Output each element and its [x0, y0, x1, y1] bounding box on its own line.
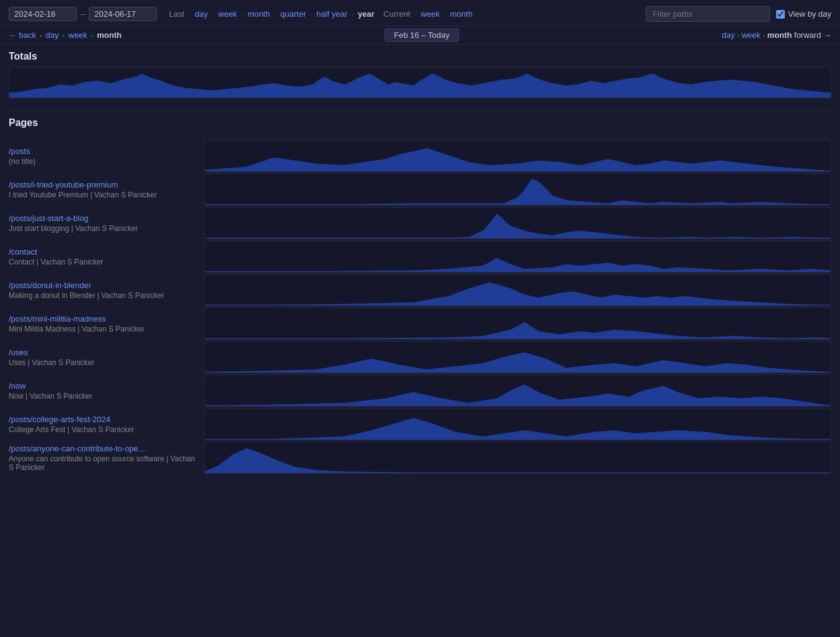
- filter-paths-input[interactable]: [646, 6, 770, 22]
- date-dash: –: [81, 9, 85, 19]
- page-title-college: College Arts Fest | Vachan S Panicker: [9, 425, 198, 434]
- page-title-blog: Just start blogging | Vachan S Panicker: [9, 224, 198, 233]
- page-info-youtube: /posts/i-tried-youtube-premium I tried Y…: [9, 173, 198, 206]
- page-title-uses: Uses | Vachan S Panicker: [9, 358, 198, 367]
- current-label: Current: [383, 9, 410, 19]
- page-path-youtube[interactable]: /posts/i-tried-youtube-premium: [9, 180, 198, 189]
- last-year-link[interactable]: year: [358, 9, 375, 19]
- last-week-link[interactable]: week: [218, 9, 237, 19]
- forward-label: forward →: [794, 30, 831, 40]
- page-info-college: /posts/college-arts-fest-2024 College Ar…: [9, 408, 198, 440]
- sparkline-now: [205, 375, 831, 406]
- page-info-militia: /posts/mini-militia-madness Mini Militia…: [9, 307, 198, 340]
- page-info-posts: /posts (no title): [9, 140, 198, 172]
- svg-marker-6: [205, 322, 831, 340]
- page-chart-now: [204, 374, 831, 407]
- page-chart-youtube: [204, 173, 831, 206]
- sparkline-posts: [205, 140, 831, 171]
- page-title-contact: Contact | Vachan S Panicker: [9, 258, 198, 266]
- page-chart-militia: [204, 307, 831, 340]
- sparkline-militia: [205, 308, 831, 339]
- page-info-opensource: /posts/anyone-can-contribute-to-ope... A…: [9, 441, 198, 474]
- page-path-militia[interactable]: /posts/mini-militia-madness: [9, 314, 198, 323]
- svg-marker-1: [205, 148, 831, 172]
- view-by-day-text: View by day: [788, 9, 831, 19]
- last-halfyear-link[interactable]: half year: [316, 9, 347, 19]
- page-chart-blog: [204, 207, 831, 239]
- page-path-contact[interactable]: /contact: [9, 247, 198, 256]
- svg-marker-2: [205, 179, 831, 206]
- sparkline-uses: [205, 341, 831, 373]
- table-row: /posts/mini-militia-madness Mini Militia…: [9, 307, 831, 340]
- date-range-area: – Last · day · week · month · quarter · …: [9, 7, 473, 21]
- table-row: /posts/anyone-can-contribute-to-ope... A…: [9, 441, 831, 474]
- table-row: /contact Contact | Vachan S Panicker: [9, 240, 831, 273]
- back-month-link[interactable]: month: [97, 30, 122, 40]
- table-row: /posts/college-arts-fest-2024 College Ar…: [9, 408, 831, 440]
- pages-section: Pages: [0, 111, 840, 140]
- date-start-input[interactable]: [9, 7, 77, 21]
- sparkline-youtube: [205, 174, 831, 205]
- page-path-posts[interactable]: /posts: [9, 147, 198, 156]
- current-month-link[interactable]: month: [450, 9, 473, 19]
- svg-marker-4: [205, 258, 831, 273]
- sparkline-contact: [205, 241, 831, 272]
- svg-marker-10: [205, 448, 831, 473]
- svg-marker-3: [205, 214, 831, 238]
- nav-row2: ← back · day · week · month Feb 16 – Tod…: [0, 26, 840, 45]
- date-end-input[interactable]: [89, 7, 157, 21]
- sparkline-blog: [205, 207, 831, 238]
- right-bar: View by day: [646, 6, 831, 22]
- table-row: /posts/donut-in-blender Making a donut i…: [9, 274, 831, 306]
- page-chart-opensource: [204, 441, 831, 474]
- page-path-donut[interactable]: /posts/donut-in-blender: [9, 281, 198, 290]
- page-chart-posts: [204, 140, 831, 172]
- page-chart-donut: [204, 274, 831, 306]
- totals-chart: [9, 67, 831, 98]
- page-path-blog[interactable]: /posts/just-start-a-blog: [9, 214, 198, 223]
- top-bar: – Last · day · week · month · quarter · …: [0, 0, 840, 26]
- page-path-college[interactable]: /posts/college-arts-fest-2024: [9, 415, 198, 424]
- last-quarter-link[interactable]: quarter: [280, 9, 306, 19]
- svg-marker-5: [205, 282, 831, 306]
- table-row: /now Now | Vachan S Panicker: [9, 374, 831, 407]
- page-title-youtube: I tried Youtube Premium | Vachan S Panic…: [9, 191, 198, 199]
- svg-marker-0: [9, 74, 831, 97]
- pages-title: Pages: [9, 117, 831, 129]
- table-row: /uses Uses | Vachan S Panicker: [9, 341, 831, 373]
- page-title-opensource: Anyone can contribute to open source sof…: [9, 454, 198, 472]
- totals-sparkline: [9, 68, 831, 97]
- last-label: Last: [169, 9, 184, 19]
- forward-day-link[interactable]: day: [722, 30, 735, 40]
- view-by-day-label[interactable]: View by day: [776, 9, 831, 19]
- table-row: /posts/i-tried-youtube-premium I tried Y…: [9, 173, 831, 206]
- current-period: Feb 16 – Today: [125, 29, 718, 42]
- current-week-link[interactable]: week: [421, 9, 439, 19]
- forward-month-link[interactable]: month: [767, 30, 792, 40]
- page-info-donut: /posts/donut-in-blender Making a donut i…: [9, 274, 198, 306]
- back-link[interactable]: ← back: [9, 30, 36, 40]
- page-path-now[interactable]: /now: [9, 381, 198, 391]
- page-chart-uses: [204, 341, 831, 373]
- sparkline-donut: [205, 274, 831, 305]
- svg-marker-7: [205, 353, 831, 373]
- page-path-opensource[interactable]: /posts/anyone-can-contribute-to-ope...: [9, 444, 198, 453]
- back-week-link[interactable]: week: [68, 30, 87, 40]
- page-title-donut: Making a donut in Blender | Vachan S Pan…: [9, 291, 198, 300]
- page-title-posts: (no title): [9, 157, 198, 166]
- view-by-day-checkbox[interactable]: [776, 10, 785, 19]
- page-path-uses[interactable]: /uses: [9, 348, 198, 357]
- page-chart-college: [204, 408, 831, 440]
- page-info-now: /now Now | Vachan S Panicker: [9, 374, 198, 407]
- forward-links: day · week · month forward →: [722, 30, 831, 40]
- back-day-link[interactable]: day: [46, 30, 59, 40]
- totals-section: Totals: [0, 45, 840, 111]
- table-row: /posts (no title): [9, 140, 831, 172]
- page-title-militia: Mini Militia Madness | Vachan S Panicker: [9, 325, 198, 333]
- last-month-link[interactable]: month: [248, 9, 270, 19]
- forward-week-link[interactable]: week: [741, 30, 760, 40]
- page-title-now: Now | Vachan S Panicker: [9, 392, 198, 400]
- svg-marker-8: [205, 384, 831, 406]
- last-day-link[interactable]: day: [195, 9, 208, 19]
- period-badge: Feb 16 – Today: [385, 29, 458, 42]
